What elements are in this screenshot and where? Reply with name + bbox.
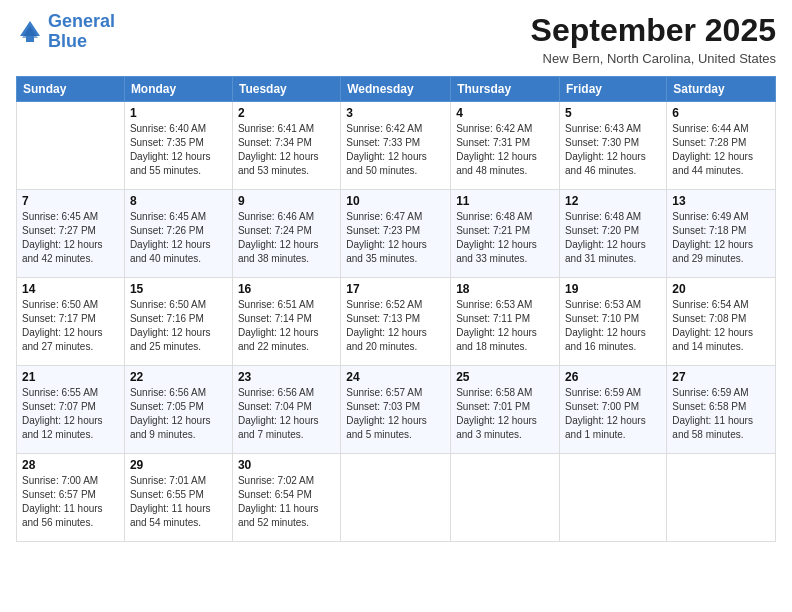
day-info: Sunrise: 6:45 AM Sunset: 7:26 PM Dayligh… xyxy=(130,210,227,266)
col-tuesday: Tuesday xyxy=(232,77,340,102)
day-number: 19 xyxy=(565,282,661,296)
day-number: 20 xyxy=(672,282,770,296)
day-info: Sunrise: 6:56 AM Sunset: 7:05 PM Dayligh… xyxy=(130,386,227,442)
day-info: Sunrise: 6:48 AM Sunset: 7:21 PM Dayligh… xyxy=(456,210,554,266)
day-number: 8 xyxy=(130,194,227,208)
calendar-cell: 12Sunrise: 6:48 AM Sunset: 7:20 PM Dayli… xyxy=(560,190,667,278)
calendar-cell: 10Sunrise: 6:47 AM Sunset: 7:23 PM Dayli… xyxy=(341,190,451,278)
day-info: Sunrise: 7:01 AM Sunset: 6:55 PM Dayligh… xyxy=(130,474,227,530)
page: General Blue September 2025 New Bern, No… xyxy=(0,0,792,612)
day-info: Sunrise: 6:58 AM Sunset: 7:01 PM Dayligh… xyxy=(456,386,554,442)
week-row-3: 14Sunrise: 6:50 AM Sunset: 7:17 PM Dayli… xyxy=(17,278,776,366)
week-row-2: 7Sunrise: 6:45 AM Sunset: 7:27 PM Daylig… xyxy=(17,190,776,278)
day-info: Sunrise: 6:45 AM Sunset: 7:27 PM Dayligh… xyxy=(22,210,119,266)
col-wednesday: Wednesday xyxy=(341,77,451,102)
calendar-cell xyxy=(560,454,667,542)
calendar-cell: 15Sunrise: 6:50 AM Sunset: 7:16 PM Dayli… xyxy=(124,278,232,366)
day-info: Sunrise: 6:40 AM Sunset: 7:35 PM Dayligh… xyxy=(130,122,227,178)
calendar-cell: 27Sunrise: 6:59 AM Sunset: 6:58 PM Dayli… xyxy=(667,366,776,454)
day-info: Sunrise: 7:02 AM Sunset: 6:54 PM Dayligh… xyxy=(238,474,335,530)
calendar-cell: 9Sunrise: 6:46 AM Sunset: 7:24 PM Daylig… xyxy=(232,190,340,278)
day-info: Sunrise: 6:51 AM Sunset: 7:14 PM Dayligh… xyxy=(238,298,335,354)
day-info: Sunrise: 6:59 AM Sunset: 6:58 PM Dayligh… xyxy=(672,386,770,442)
calendar-cell: 19Sunrise: 6:53 AM Sunset: 7:10 PM Dayli… xyxy=(560,278,667,366)
logo-icon xyxy=(16,18,44,46)
calendar-cell: 14Sunrise: 6:50 AM Sunset: 7:17 PM Dayli… xyxy=(17,278,125,366)
day-info: Sunrise: 6:53 AM Sunset: 7:11 PM Dayligh… xyxy=(456,298,554,354)
day-info: Sunrise: 6:41 AM Sunset: 7:34 PM Dayligh… xyxy=(238,122,335,178)
day-number: 30 xyxy=(238,458,335,472)
calendar-cell: 17Sunrise: 6:52 AM Sunset: 7:13 PM Dayli… xyxy=(341,278,451,366)
calendar-cell: 16Sunrise: 6:51 AM Sunset: 7:14 PM Dayli… xyxy=(232,278,340,366)
calendar-cell xyxy=(667,454,776,542)
calendar-cell: 21Sunrise: 6:55 AM Sunset: 7:07 PM Dayli… xyxy=(17,366,125,454)
header: General Blue September 2025 New Bern, No… xyxy=(16,12,776,66)
title-block: September 2025 New Bern, North Carolina,… xyxy=(531,12,776,66)
col-monday: Monday xyxy=(124,77,232,102)
day-info: Sunrise: 6:42 AM Sunset: 7:31 PM Dayligh… xyxy=(456,122,554,178)
day-info: Sunrise: 6:49 AM Sunset: 7:18 PM Dayligh… xyxy=(672,210,770,266)
day-info: Sunrise: 6:48 AM Sunset: 7:20 PM Dayligh… xyxy=(565,210,661,266)
day-number: 22 xyxy=(130,370,227,384)
day-number: 2 xyxy=(238,106,335,120)
day-info: Sunrise: 6:56 AM Sunset: 7:04 PM Dayligh… xyxy=(238,386,335,442)
calendar-cell: 23Sunrise: 6:56 AM Sunset: 7:04 PM Dayli… xyxy=(232,366,340,454)
calendar-cell: 25Sunrise: 6:58 AM Sunset: 7:01 PM Dayli… xyxy=(451,366,560,454)
day-number: 9 xyxy=(238,194,335,208)
calendar-cell xyxy=(341,454,451,542)
day-number: 17 xyxy=(346,282,445,296)
col-saturday: Saturday xyxy=(667,77,776,102)
calendar-cell: 2Sunrise: 6:41 AM Sunset: 7:34 PM Daylig… xyxy=(232,102,340,190)
calendar-cell: 3Sunrise: 6:42 AM Sunset: 7:33 PM Daylig… xyxy=(341,102,451,190)
calendar-cell: 28Sunrise: 7:00 AM Sunset: 6:57 PM Dayli… xyxy=(17,454,125,542)
day-number: 7 xyxy=(22,194,119,208)
calendar-table: Sunday Monday Tuesday Wednesday Thursday… xyxy=(16,76,776,542)
day-number: 13 xyxy=(672,194,770,208)
calendar-cell: 5Sunrise: 6:43 AM Sunset: 7:30 PM Daylig… xyxy=(560,102,667,190)
day-info: Sunrise: 7:00 AM Sunset: 6:57 PM Dayligh… xyxy=(22,474,119,530)
day-info: Sunrise: 6:52 AM Sunset: 7:13 PM Dayligh… xyxy=(346,298,445,354)
day-info: Sunrise: 6:42 AM Sunset: 7:33 PM Dayligh… xyxy=(346,122,445,178)
day-number: 4 xyxy=(456,106,554,120)
week-row-1: 1Sunrise: 6:40 AM Sunset: 7:35 PM Daylig… xyxy=(17,102,776,190)
week-row-4: 21Sunrise: 6:55 AM Sunset: 7:07 PM Dayli… xyxy=(17,366,776,454)
logo-line1: General xyxy=(48,11,115,31)
calendar-cell xyxy=(17,102,125,190)
day-number: 16 xyxy=(238,282,335,296)
day-number: 18 xyxy=(456,282,554,296)
logo-line2: Blue xyxy=(48,31,87,51)
calendar-cell: 11Sunrise: 6:48 AM Sunset: 7:21 PM Dayli… xyxy=(451,190,560,278)
day-info: Sunrise: 6:53 AM Sunset: 7:10 PM Dayligh… xyxy=(565,298,661,354)
day-info: Sunrise: 6:43 AM Sunset: 7:30 PM Dayligh… xyxy=(565,122,661,178)
col-friday: Friday xyxy=(560,77,667,102)
day-info: Sunrise: 6:54 AM Sunset: 7:08 PM Dayligh… xyxy=(672,298,770,354)
calendar-cell xyxy=(451,454,560,542)
day-number: 1 xyxy=(130,106,227,120)
day-info: Sunrise: 6:59 AM Sunset: 7:00 PM Dayligh… xyxy=(565,386,661,442)
day-number: 6 xyxy=(672,106,770,120)
day-number: 12 xyxy=(565,194,661,208)
day-number: 28 xyxy=(22,458,119,472)
day-number: 29 xyxy=(130,458,227,472)
calendar-cell: 26Sunrise: 6:59 AM Sunset: 7:00 PM Dayli… xyxy=(560,366,667,454)
calendar-cell: 24Sunrise: 6:57 AM Sunset: 7:03 PM Dayli… xyxy=(341,366,451,454)
day-number: 26 xyxy=(565,370,661,384)
col-thursday: Thursday xyxy=(451,77,560,102)
calendar-cell: 1Sunrise: 6:40 AM Sunset: 7:35 PM Daylig… xyxy=(124,102,232,190)
calendar-cell: 13Sunrise: 6:49 AM Sunset: 7:18 PM Dayli… xyxy=(667,190,776,278)
calendar-cell: 18Sunrise: 6:53 AM Sunset: 7:11 PM Dayli… xyxy=(451,278,560,366)
location: New Bern, North Carolina, United States xyxy=(531,51,776,66)
day-info: Sunrise: 6:44 AM Sunset: 7:28 PM Dayligh… xyxy=(672,122,770,178)
day-number: 21 xyxy=(22,370,119,384)
svg-rect-3 xyxy=(26,36,34,42)
calendar-cell: 6Sunrise: 6:44 AM Sunset: 7:28 PM Daylig… xyxy=(667,102,776,190)
day-info: Sunrise: 6:46 AM Sunset: 7:24 PM Dayligh… xyxy=(238,210,335,266)
day-info: Sunrise: 6:47 AM Sunset: 7:23 PM Dayligh… xyxy=(346,210,445,266)
day-number: 5 xyxy=(565,106,661,120)
day-number: 14 xyxy=(22,282,119,296)
logo-text: General Blue xyxy=(48,12,115,52)
calendar-cell: 20Sunrise: 6:54 AM Sunset: 7:08 PM Dayli… xyxy=(667,278,776,366)
day-number: 23 xyxy=(238,370,335,384)
day-number: 27 xyxy=(672,370,770,384)
calendar-cell: 4Sunrise: 6:42 AM Sunset: 7:31 PM Daylig… xyxy=(451,102,560,190)
